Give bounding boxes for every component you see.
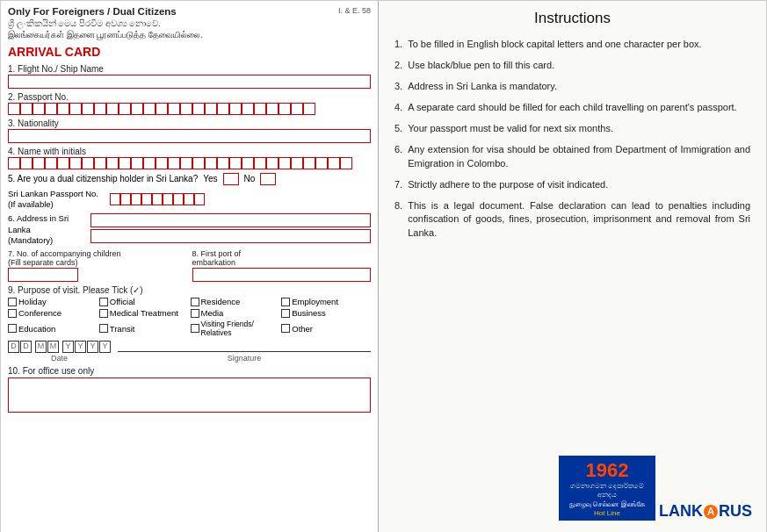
char-box[interactable] — [168, 103, 180, 115]
field-1-input[interactable] — [8, 75, 371, 89]
char-box[interactable] — [180, 157, 192, 169]
date-y1[interactable]: Y — [62, 341, 74, 353]
char-box[interactable] — [180, 103, 192, 115]
char-box[interactable] — [254, 157, 266, 169]
char-box[interactable] — [192, 103, 205, 115]
char-box[interactable] — [242, 103, 254, 115]
char-box[interactable] — [217, 103, 229, 115]
char-box[interactable] — [205, 157, 217, 169]
char-box[interactable] — [229, 157, 242, 169]
char-box[interactable] — [20, 157, 33, 169]
char-box[interactable] — [143, 103, 156, 115]
char-box[interactable] — [106, 157, 119, 169]
char-box[interactable] — [205, 103, 217, 115]
char-box[interactable] — [82, 103, 94, 115]
char-box[interactable] — [229, 103, 242, 115]
date-m1[interactable]: M — [35, 341, 47, 353]
char-box[interactable] — [242, 157, 254, 169]
char-box[interactable] — [156, 103, 168, 115]
address-input-2[interactable] — [90, 229, 371, 243]
char-box[interactable] — [303, 103, 315, 115]
char-box[interactable] — [192, 157, 205, 169]
char-box[interactable] — [266, 103, 279, 115]
char-box[interactable] — [254, 103, 266, 115]
date-y4[interactable]: Y — [99, 341, 111, 353]
char-box[interactable] — [110, 193, 120, 205]
char-box[interactable] — [291, 157, 303, 169]
field-9-section: 9. Purpose of visit. Please Tick (✓) Hol… — [8, 285, 371, 337]
field-8-input[interactable] — [192, 268, 372, 282]
purpose-item-employment: Employment — [281, 297, 371, 306]
char-box[interactable] — [194, 193, 205, 205]
field-7-input[interactable] — [8, 268, 78, 282]
purpose-checkbox-other[interactable] — [281, 324, 290, 333]
signature-line[interactable] — [118, 351, 371, 352]
char-box[interactable] — [184, 193, 194, 205]
char-box[interactable] — [131, 103, 143, 115]
purpose-checkbox-residence[interactable] — [191, 298, 199, 306]
purpose-checkbox-medical[interactable] — [99, 309, 108, 318]
char-box[interactable] — [315, 157, 328, 169]
char-box[interactable] — [156, 157, 168, 169]
char-box[interactable] — [131, 157, 143, 169]
char-box[interactable] — [168, 157, 180, 169]
purpose-checkbox-transit[interactable] — [99, 324, 108, 333]
char-box[interactable] — [279, 103, 291, 115]
char-box[interactable] — [45, 103, 57, 115]
char-box[interactable] — [131, 193, 141, 205]
purpose-checkbox-visiting[interactable] — [191, 324, 199, 333]
char-box[interactable] — [340, 157, 352, 169]
char-box[interactable] — [57, 103, 69, 115]
field-6-row: 6. Address in Sri Lanka (Mandatory) — [8, 213, 371, 246]
date-m2[interactable]: M — [47, 341, 59, 353]
purpose-checkbox-holiday[interactable] — [8, 298, 17, 306]
purpose-checkbox-official[interactable] — [99, 298, 108, 306]
char-box[interactable] — [163, 193, 173, 205]
field-5-row: 5. Are you a dual citizenship holder in … — [8, 173, 371, 211]
char-box[interactable] — [57, 157, 69, 169]
char-box[interactable] — [8, 157, 20, 169]
instructions-title: Instructions — [394, 10, 750, 27]
purpose-checkbox-employment[interactable] — [281, 298, 290, 306]
char-box[interactable] — [120, 193, 131, 205]
purpose-checkbox-business[interactable] — [281, 309, 290, 318]
char-box[interactable] — [8, 103, 20, 115]
char-box[interactable] — [141, 193, 152, 205]
yes-checkbox[interactable] — [223, 173, 239, 185]
char-box[interactable] — [119, 103, 131, 115]
field-1-row: 1. Flight No./ Ship Name — [8, 64, 371, 89]
right-panel: Instructions 1. To be filled in English … — [379, 1, 766, 532]
char-box[interactable] — [69, 103, 82, 115]
hotline-text-1: ගමනාගමන දෙපාර්තමේ අනදය — [566, 482, 648, 500]
date-d1[interactable]: D — [8, 341, 19, 353]
office-use-box[interactable] — [8, 377, 371, 413]
char-box[interactable] — [20, 103, 33, 115]
purpose-checkbox-media[interactable] — [191, 309, 199, 318]
date-y2[interactable]: Y — [75, 341, 86, 353]
char-box[interactable] — [291, 103, 303, 115]
char-box[interactable] — [45, 157, 57, 169]
char-box[interactable] — [152, 193, 163, 205]
char-box[interactable] — [82, 157, 94, 169]
char-box[interactable] — [106, 103, 119, 115]
char-box[interactable] — [266, 157, 279, 169]
char-box[interactable] — [143, 157, 156, 169]
char-box[interactable] — [173, 193, 184, 205]
char-box[interactable] — [328, 157, 340, 169]
char-box[interactable] — [94, 157, 106, 169]
address-input-1[interactable] — [90, 213, 371, 227]
date-y3[interactable]: Y — [87, 341, 98, 353]
purpose-checkbox-education[interactable] — [8, 324, 17, 333]
char-box[interactable] — [94, 103, 106, 115]
char-box[interactable] — [33, 157, 45, 169]
no-checkbox[interactable] — [260, 173, 276, 185]
char-box[interactable] — [279, 157, 291, 169]
char-box[interactable] — [69, 157, 82, 169]
date-d2[interactable]: D — [20, 341, 32, 353]
char-box[interactable] — [217, 157, 229, 169]
purpose-checkbox-conference[interactable] — [8, 309, 17, 318]
char-box[interactable] — [33, 103, 45, 115]
char-box[interactable] — [119, 157, 131, 169]
field-3-input[interactable] — [8, 129, 371, 143]
char-box[interactable] — [303, 157, 315, 169]
